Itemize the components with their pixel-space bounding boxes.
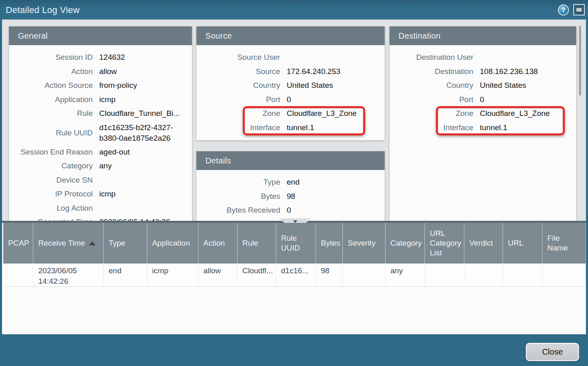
close-button[interactable]: Close: [526, 343, 579, 361]
field-value: 0: [287, 205, 380, 216]
highlight-box-source-zone-interface: [243, 106, 365, 135]
dialog-footer: Close: [0, 334, 588, 366]
cell-url: [503, 264, 542, 287]
window-restore-icon[interactable]: [573, 4, 585, 15]
field-action-source: Action Source from-policy: [9, 78, 187, 93]
field-device-sn: Device SN: [9, 173, 187, 187]
details-panel-title: Details: [196, 151, 385, 170]
field-bytes-received: Bytes Received 0: [196, 203, 380, 218]
dialog-title: Detailed Log View: [6, 5, 80, 15]
field-source-port: Port 0: [196, 93, 380, 107]
field-label: Source: [196, 67, 280, 76]
field-rule: Rule Cloudflare_Tunnel_Bi...: [9, 107, 187, 121]
column-header-rule-uuid[interactable]: Rule UUID: [276, 223, 316, 264]
column-header-action[interactable]: Action: [198, 223, 237, 264]
field-label: Rule: [9, 109, 93, 118]
field-bytes: Bytes 98: [196, 190, 380, 204]
field-value: aged-out: [99, 147, 187, 157]
field-label: Session ID: [9, 53, 93, 62]
column-header-category[interactable]: Category: [385, 223, 425, 264]
column-header-url-category-list[interactable]: URL Category List: [425, 223, 464, 264]
column-header-rule[interactable]: Rule: [237, 223, 276, 264]
column-header-verdict[interactable]: Verdict: [464, 223, 503, 264]
cell-bytes: 98: [316, 264, 343, 287]
field-value: United States: [480, 80, 571, 91]
field-value: icmp: [99, 94, 187, 105]
cell-file-name: [542, 264, 586, 287]
cell-severity: [343, 264, 385, 287]
field-label: Source User: [196, 53, 280, 62]
titlebar: Detailed Log View ?: [0, 0, 588, 20]
field-label: Bytes: [196, 192, 280, 201]
details-panel: Details Type end Bytes 98 Bytes Received…: [196, 151, 385, 221]
field-generated-time: Generated Time 2023/06/05 14:42:26: [9, 215, 187, 221]
field-value: icmp: [99, 189, 187, 199]
field-value: 0: [287, 94, 380, 105]
field-value: 108.162.236.138: [480, 66, 571, 77]
field-value: 2023/06/05 14:42:26: [99, 217, 187, 221]
field-value: Cloudflare_Tunnel_Bi...: [99, 108, 187, 119]
field-label: Type: [196, 178, 280, 187]
field-session-id: Session ID 124632: [9, 50, 187, 65]
field-label: Device SN: [9, 176, 93, 185]
log-table: PCAP Receive Time Type Application Actio…: [2, 223, 586, 334]
field-value: end: [287, 177, 380, 187]
column-header-receive-time[interactable]: Receive Time: [33, 223, 104, 264]
cell-rule-uuid: d1c16...: [276, 264, 316, 287]
highlight-box-destination-zone-interface: [436, 106, 565, 135]
field-label: Action: [9, 67, 93, 76]
log-table-header-row: PCAP Receive Time Type Application Actio…: [3, 223, 586, 264]
column-header-url[interactable]: URL: [503, 223, 542, 264]
cell-receive-time: 2023/06/05 14:42:26: [33, 264, 104, 287]
window-restore-inner: [576, 8, 582, 12]
panels-vertical-scrollbar[interactable]: [579, 26, 581, 96]
column-header-file-name[interactable]: File Name: [542, 223, 586, 264]
column-header-severity[interactable]: Severity: [343, 223, 385, 264]
destination-panel-title: Destination: [390, 26, 576, 45]
cell-pcap: [3, 264, 33, 287]
cell-category: any: [385, 264, 425, 287]
field-label: Port: [196, 95, 280, 104]
field-label: Category: [9, 161, 93, 170]
field-value: d1c16235-b2f2-4327-b380-0ae1875e2a26: [99, 122, 187, 144]
help-icon[interactable]: ?: [558, 4, 569, 15]
field-type: Type end: [196, 175, 380, 190]
field-source-user: Source User: [196, 50, 380, 65]
field-application: Application icmp: [9, 93, 187, 107]
field-destination-address: Destination 108.162.236.138: [390, 65, 571, 79]
field-value: from-policy: [99, 80, 187, 91]
field-label: Log Action: [9, 204, 93, 213]
field-value: 0: [480, 94, 571, 105]
field-category: Category any: [9, 159, 187, 173]
field-action: Action allow: [9, 65, 187, 79]
field-ip-protocol: IP Protocol icmp: [9, 187, 187, 201]
column-header-bytes[interactable]: Bytes: [316, 223, 343, 264]
column-header-application[interactable]: Application: [147, 223, 198, 264]
field-value: 124632: [99, 52, 187, 63]
table-row[interactable]: 2023/06/05 14:42:26 end icmp allow Cloud…: [3, 264, 586, 287]
field-label: Port: [390, 95, 473, 104]
field-value: any: [99, 161, 187, 171]
sort-ascending-icon: [89, 242, 96, 245]
field-source-address: Source 172.64.240.253: [196, 65, 380, 79]
column-header-pcap[interactable]: PCAP: [3, 223, 33, 264]
field-label: Bytes Received: [196, 206, 280, 215]
field-value: 98: [287, 191, 380, 202]
field-destination-country: Country United States: [390, 78, 571, 93]
field-label: Session End Reason: [9, 148, 93, 157]
field-source-country: Country United States: [196, 78, 380, 93]
field-value: United States: [287, 80, 380, 91]
column-header-type[interactable]: Type: [104, 223, 147, 264]
field-label: Country: [390, 81, 473, 90]
field-label: Country: [196, 81, 280, 90]
field-rule-uuid: Rule UUID d1c16235-b2f2-4327-b380-0ae187…: [9, 121, 187, 145]
field-label: Destination User: [390, 53, 473, 62]
field-value: allow: [99, 66, 187, 77]
general-panel-title: General: [9, 26, 192, 45]
cell-url-category-list: [425, 264, 464, 287]
cell-verdict: [464, 264, 503, 287]
cell-action: allow: [198, 264, 237, 287]
detailed-log-view-dialog: Detailed Log View ? General Session ID 1…: [0, 0, 588, 366]
field-session-end-reason: Session End Reason aged-out: [9, 145, 187, 159]
field-label: Destination: [390, 67, 473, 76]
